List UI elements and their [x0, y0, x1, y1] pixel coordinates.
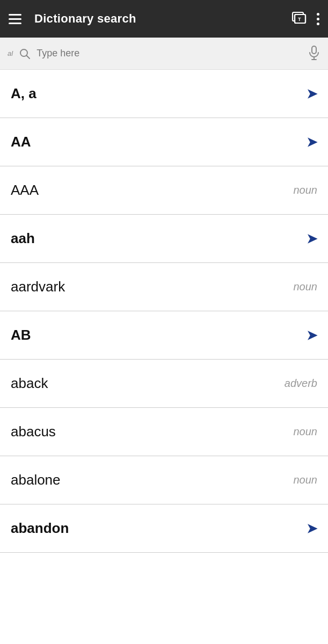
app-header: Dictionary search T [0, 0, 328, 38]
word-tag: noun [294, 426, 318, 438]
word-label: aardvark [11, 279, 65, 295]
list-item[interactable]: AAAnoun [0, 166, 328, 215]
search-input[interactable] [37, 48, 302, 59]
list-item[interactable]: A, a➤ [0, 70, 328, 118]
chevron-right-icon: ➤ [307, 135, 317, 150]
word-label: aback [11, 375, 48, 392]
word-tag: noun [294, 281, 318, 293]
header-icons: T [291, 10, 319, 28]
list-item[interactable]: abandon➤ [0, 504, 328, 553]
svg-line-5 [27, 55, 30, 58]
list-item[interactable]: AB➤ [0, 311, 328, 360]
word-label: AAA [11, 182, 39, 199]
chevron-right-icon: ➤ [307, 86, 317, 101]
word-tag: noun [294, 184, 318, 196]
chevron-right-icon: ➤ [307, 231, 317, 246]
word-label: abandon [11, 520, 69, 537]
microphone-icon[interactable] [308, 45, 320, 62]
word-label: A, a [11, 85, 37, 102]
flashcard-icon[interactable]: T [291, 10, 307, 28]
list-item[interactable]: abacusnoun [0, 408, 328, 456]
list-item[interactable]: aardvarknoun [0, 263, 328, 311]
word-label: aah [11, 230, 35, 247]
word-tag: adverb [285, 377, 317, 390]
dictionary-list: A, a➤AA➤AAAnounaah➤aardvarknounAB➤abacka… [0, 70, 328, 553]
page-title: Dictionary search [34, 12, 280, 26]
svg-text:T: T [298, 17, 301, 22]
search-bar: al [0, 38, 328, 70]
more-options-icon[interactable] [317, 11, 319, 27]
search-icon [18, 47, 31, 60]
word-label: AA [11, 134, 31, 150]
word-tag: noun [294, 474, 318, 486]
list-item[interactable]: aah➤ [0, 215, 328, 263]
menu-icon[interactable] [9, 14, 24, 24]
word-label: abalone [11, 472, 61, 488]
word-label: abacus [11, 423, 56, 440]
search-prefix: al [8, 49, 13, 57]
svg-rect-6 [312, 46, 316, 54]
chevron-right-icon: ➤ [307, 328, 317, 343]
list-item[interactable]: abackadverb [0, 360, 328, 408]
list-item[interactable]: AA➤ [0, 118, 328, 166]
list-item[interactable]: abalonenoun [0, 456, 328, 504]
word-label: AB [11, 327, 31, 343]
chevron-right-icon: ➤ [307, 521, 317, 536]
